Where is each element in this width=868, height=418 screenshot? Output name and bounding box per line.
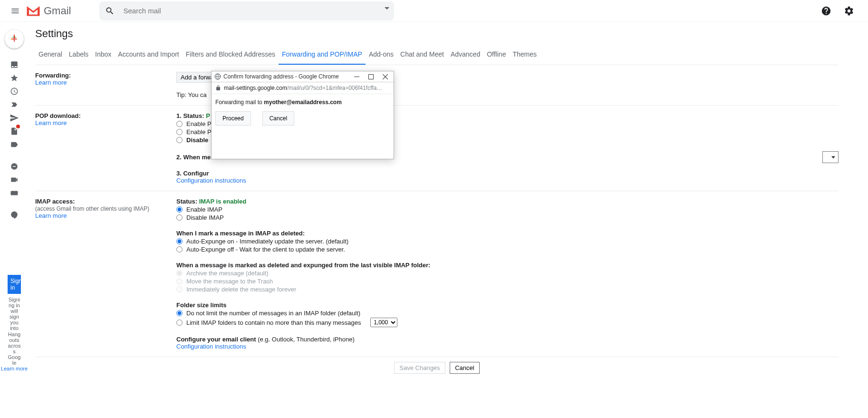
svg-rect-6 (368, 74, 373, 79)
popup-url-bar: mail-settings.google.com/mail/u/0/?scd=1… (212, 82, 394, 94)
pop-opt2-label: Enable P (186, 128, 212, 136)
inbox-icon[interactable] (5, 58, 24, 71)
notification-dot (16, 125, 20, 128)
popup-url-host: mail-settings.google.com (224, 85, 287, 91)
side-panel (842, 22, 868, 418)
settings-content: Settings GeneralLabelsInboxAccounts and … (29, 22, 842, 418)
tab-labels[interactable]: Labels (66, 46, 92, 65)
nolimit-radio[interactable] (176, 310, 183, 316)
pop-label-text: POP download: (35, 112, 81, 119)
imap-deleted-title: When I mark a message in IMAP as deleted… (176, 230, 839, 237)
compose-button[interactable]: + (5, 29, 24, 49)
archive-radio (176, 270, 183, 276)
archive-label: Archive the message (default) (186, 270, 269, 277)
forwarding-tip: Tip: You ca (176, 91, 207, 98)
svg-rect-3 (11, 191, 18, 195)
imap-conf-suffix: (e.g. Outlook, Thunderbird, iPhone) (258, 336, 355, 343)
drafts-icon[interactable] (5, 125, 24, 138)
imap-enable-label: Enable IMAP (186, 206, 222, 213)
tab-accounts-and-import[interactable]: Accounts and Import (115, 46, 182, 65)
gmail-logo-icon (27, 6, 40, 16)
pop-disable-radio[interactable] (176, 137, 183, 143)
forwarding-section: Forwarding: Learn more Add a forwarding … (35, 65, 839, 106)
search-icon[interactable] (104, 5, 116, 17)
page-title: Settings (35, 28, 839, 40)
nolimit-label: Do not limit the number of messages in a… (186, 310, 360, 317)
chat-icon[interactable] (5, 160, 24, 173)
popup-cancel-button[interactable]: Cancel (262, 111, 294, 126)
pop-action-select[interactable] (822, 151, 839, 163)
categories-icon[interactable] (5, 138, 24, 151)
pop-conf-prefix: 3. Configur (176, 170, 209, 177)
imap-conf-prefix: Configure your email client (176, 336, 258, 343)
search-input[interactable] (99, 1, 394, 20)
tab-add-ons[interactable]: Add-ons (366, 46, 397, 65)
imap-sub-text: (access Gmail from other clients using I… (35, 205, 149, 212)
cancel-button[interactable]: Cancel (450, 362, 479, 374)
starred-icon[interactable] (5, 71, 24, 85)
app-header: Gmail (0, 0, 868, 22)
proceed-button[interactable]: Proceed (215, 111, 251, 126)
imap-status-value: IMAP is enabled (199, 198, 246, 205)
sent-icon[interactable] (5, 111, 24, 125)
forwarding-learn-link[interactable]: Learn more (35, 79, 67, 86)
keyboard-icon[interactable] (5, 186, 24, 200)
imap-enable-radio[interactable] (176, 206, 183, 213)
tab-offline[interactable]: Offline (483, 46, 509, 65)
globe-icon (214, 73, 221, 80)
minimize-icon[interactable] (354, 74, 359, 79)
limit-label: Limit IMAP folders to contain no more th… (186, 319, 361, 326)
imap-disable-radio[interactable] (176, 214, 183, 221)
pop-status-value: P (206, 112, 210, 119)
tab-forwarding-and-pop-imap[interactable]: Forwarding and POP/IMAP (279, 46, 366, 65)
tab-filters-and-blocked-addresses[interactable]: Filters and Blocked Addresses (183, 46, 279, 65)
settings-gear-icon[interactable] (839, 1, 858, 20)
expunge-off-radio[interactable] (176, 246, 183, 253)
delforever-radio (176, 286, 183, 292)
tab-general[interactable]: General (35, 46, 66, 65)
save-changes-button: Save Changes (394, 362, 445, 374)
pop-status-prefix: 1. Status: (176, 112, 206, 119)
gmail-logo[interactable]: Gmail (27, 5, 71, 17)
limit-select[interactable]: 1,000 (370, 318, 397, 327)
imap-config-link[interactable]: Configuration instructions (176, 343, 246, 350)
signin-button[interactable]: Sign in (8, 275, 21, 294)
trash-radio (176, 278, 183, 284)
important-icon[interactable] (5, 98, 24, 111)
folder-title: Folder size limits (176, 301, 839, 309)
limit-radio[interactable] (176, 320, 183, 326)
popup-body: Forwarding mail to myother@emailaddress.… (212, 94, 394, 130)
popup-body-prefix: Forwarding mail to (215, 99, 264, 106)
pop-section: POP download: Learn more 1. Status: P En… (35, 106, 839, 191)
imap-learn-link[interactable]: Learn more (35, 212, 67, 219)
pop-opt1-label: Enable P (186, 120, 212, 127)
pop-enable-new-radio[interactable] (176, 129, 183, 135)
close-icon[interactable] (382, 74, 388, 79)
imap-expunged-title: When a message is marked as deleted and … (176, 262, 839, 269)
expunge-on-radio[interactable] (176, 238, 183, 244)
snoozed-icon[interactable] (5, 85, 24, 98)
imap-status-prefix: Status: (176, 198, 199, 205)
popup-title: Confirm forwarding address - Google Chro… (223, 73, 351, 80)
video-icon[interactable] (5, 173, 24, 186)
tab-chat-and-meet[interactable]: Chat and Meet (397, 46, 447, 65)
forwarding-label: Forwarding: Learn more (35, 72, 176, 98)
maximize-icon[interactable] (368, 74, 374, 79)
popup-url-path: /mail/u/0/?scd=1&mfea=006f41fcffa… (287, 85, 383, 91)
signin-learn-more-link[interactable]: Learn more (1, 366, 28, 371)
tab-themes[interactable]: Themes (509, 46, 540, 65)
confirm-forwarding-popup: Confirm forwarding address - Google Chro… (211, 71, 394, 159)
main-menu-button[interactable] (4, 0, 27, 22)
forwarding-label-text: Forwarding: (35, 72, 71, 79)
svg-rect-5 (354, 77, 359, 77)
footer-buttons: Save Changes Cancel (35, 357, 839, 379)
tab-inbox[interactable]: Inbox (92, 46, 115, 65)
popup-body-email: myother@emailaddress.com (264, 99, 342, 106)
pop-config-link[interactable]: Configuration instructions (176, 177, 246, 184)
support-icon[interactable] (817, 1, 836, 20)
tab-advanced[interactable]: Advanced (447, 46, 483, 65)
pop-learn-link[interactable]: Learn more (35, 119, 67, 126)
search-options-dropdown-icon[interactable] (385, 7, 389, 10)
pop-enable-all-radio[interactable] (176, 121, 183, 127)
hangouts-icon[interactable] (5, 208, 24, 222)
